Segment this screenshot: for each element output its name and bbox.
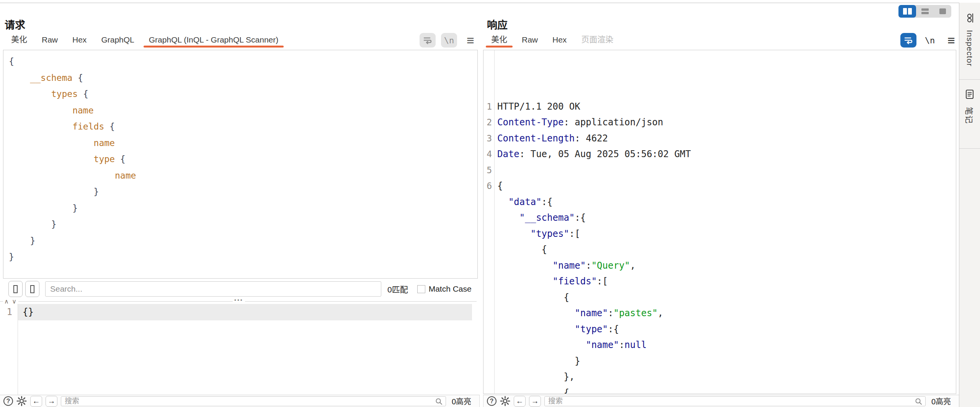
line-number: 5 [483,162,494,179]
splitter-grip-icon[interactable]: ••• [233,297,245,303]
line-content: } [9,200,78,217]
settings-gear-icon[interactable] [500,396,510,406]
editor-menu-button[interactable]: ≡ [462,33,479,48]
line-content: fields { [9,118,115,135]
line-content: "name":null [494,337,647,353]
line-content: Date: Tue, 05 Aug 2025 05:56:02 GMT [494,146,691,162]
footer-search-input[interactable] [545,397,925,405]
code-line: "name":null [483,337,956,353]
code-line: "name":"Query", [483,258,956,274]
search-forward-button[interactable]: → [46,396,57,407]
layout-columns-button[interactable] [898,5,916,18]
line-content: { [494,242,547,258]
code-line: 3Content-Length: 4622 [483,131,956,147]
search-next-button[interactable] [25,281,39,297]
word-wrap-icon [904,36,913,44]
rows-layout-icon [921,8,929,14]
code-line: fields { [9,118,477,135]
code-line: __schema { [9,70,477,86]
code-line: 1 {} [0,304,477,320]
line-number: 1 [483,99,494,115]
editor-menu-button[interactable]: ≡ [943,33,959,48]
code-line: "fields":[ [483,274,956,290]
sidebar-tab-notes[interactable]: 笔记 [959,80,980,149]
line-content: __schema { [9,70,83,86]
line-content: name [9,167,136,184]
sidebar-tab-inspector[interactable]: Inspector [959,3,980,80]
code-line: 5 [483,162,956,179]
line-content: { [494,385,569,394]
line-content: HTTP/1.1 200 OK [494,99,580,115]
line-number [483,194,494,210]
match-case-checkbox[interactable] [417,285,425,293]
line-number [483,242,494,258]
tab-raw[interactable]: Raw [514,35,545,48]
columns-layout-icon [903,8,907,15]
menu-icon: ≡ [947,34,955,46]
code-line: } [9,200,477,217]
line-content: } [494,353,580,369]
tab-pretty[interactable]: 美化 [484,33,514,48]
line-content: name [9,102,94,119]
code-line: 2Content-Type: application/json [483,115,956,131]
highlight-count: 0高亮 [931,396,951,407]
code-line: "types":[ [483,226,956,242]
response-editor-toolbar: \n ≡ [900,33,959,48]
tab-hex[interactable]: Hex [65,35,94,48]
search-icon [915,397,923,405]
tab-hex[interactable]: Hex [545,35,574,48]
tab-render: 页面渲染 [574,33,621,48]
settings-gear-icon[interactable] [16,396,27,406]
line-content: }, [494,369,575,385]
match-case-label: Match Case [429,284,472,294]
response-editor[interactable]: 1HTTP/1.1 200 OK2Content-Type: applicati… [483,50,956,394]
highlight-count: 0高亮 [452,396,471,407]
request-editor[interactable]: { __schema { types { name fields { name … [3,50,478,279]
code-line: type { [9,151,477,167]
line-number [483,210,494,226]
tab-inql-graphql-scanner[interactable]: GraphQL (InQL - GraphQL Scanner) [142,35,286,48]
request-tabstrip: 美化RawHexGraphQLGraphQL (InQL - GraphQL S… [4,34,286,48]
menu-icon: ≡ [467,34,474,46]
line-number: 3 [483,131,494,147]
repeater-view: 请求 美化RawHexGraphQLGraphQL (InQL - GraphQ… [0,0,980,407]
tab-raw[interactable]: Raw [34,35,65,48]
code-line: 1HTTP/1.1 200 OK [483,99,956,115]
code-line: } [483,353,956,369]
response-tabstrip: 美化RawHex页面渲染 [484,34,621,48]
word-wrap-toggle-button[interactable] [420,33,436,48]
show-newlines-toggle-button[interactable]: \n [441,33,457,48]
editor-splitter[interactable]: ∧ ∨ ••• [0,299,480,304]
inql-variables-editor[interactable]: 1 {} [0,304,477,395]
line-content: { [494,178,503,194]
code-line: 6{ [483,178,956,194]
tab-graphql[interactable]: GraphQL [94,35,141,48]
line-content: "data":{ [494,194,553,210]
code-line: name [9,167,477,184]
inql-search-input[interactable] [45,281,381,297]
tab-pretty[interactable]: 美化 [4,33,34,48]
show-newlines-toggle-button[interactable]: \n [922,33,938,48]
help-icon[interactable]: ? [3,396,13,406]
help-icon[interactable]: ? [487,396,497,406]
search-back-button[interactable]: ← [30,396,42,407]
footer-search-input[interactable] [61,397,446,405]
line-content: "fields":[ [494,274,608,290]
line-content: "name":"Query", [494,258,635,274]
line-content: name [9,135,115,151]
code-line: types { [9,86,477,102]
search-prev-button[interactable] [8,281,23,297]
right-sidebar: Inspector 笔记 [959,3,980,407]
line-content: Content-Type: application/json [494,115,663,131]
search-back-button[interactable]: ← [514,396,526,407]
glyph-box-icon [13,285,18,293]
footer-search-box [544,396,926,406]
word-wrap-toggle-button[interactable] [900,33,916,48]
search-forward-button[interactable]: → [529,396,541,407]
layout-rows-button[interactable] [916,5,934,18]
line-number [483,305,494,322]
line-content [494,162,497,179]
response-panel-title: 响应 [487,17,508,32]
layout-single-button[interactable] [934,5,951,18]
request-editor-toolbar: \n ≡ [420,33,479,48]
